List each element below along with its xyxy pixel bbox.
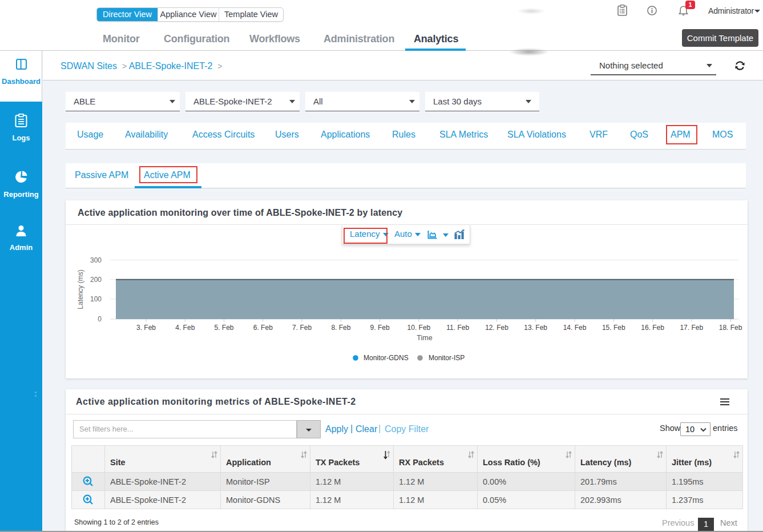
svg-text:6. Feb: 6. Feb — [253, 324, 273, 332]
svg-text:200: 200 — [90, 276, 102, 284]
svg-text:4. Feb: 4. Feb — [175, 324, 195, 332]
svg-text:Latency (ms): Latency (ms) — [76, 269, 84, 309]
svg-text:5. Feb: 5. Feb — [214, 324, 233, 332]
svg-text:12. Feb: 12. Feb — [485, 324, 508, 332]
svg-text:Monitor-ISP: Monitor-ISP — [429, 354, 465, 362]
svg-text:13. Feb: 13. Feb — [524, 324, 547, 332]
svg-text:17. Feb: 17. Feb — [680, 324, 703, 332]
svg-text:18. Feb: 18. Feb — [719, 324, 742, 332]
svg-text:3. Feb: 3. Feb — [136, 324, 156, 332]
svg-text:14. Feb: 14. Feb — [563, 324, 587, 332]
svg-text:0: 0 — [98, 315, 102, 323]
svg-text:10. Feb: 10. Feb — [407, 324, 431, 332]
svg-text:100: 100 — [90, 295, 102, 303]
svg-text:11. Feb: 11. Feb — [446, 324, 469, 332]
svg-text:8. Feb: 8. Feb — [331, 324, 350, 332]
svg-text:7. Feb: 7. Feb — [292, 324, 312, 332]
svg-text:Monitor-GDNS: Monitor-GDNS — [364, 354, 409, 362]
svg-text:Time: Time — [417, 334, 432, 342]
svg-text:300: 300 — [90, 256, 102, 264]
svg-text:15. Feb: 15. Feb — [602, 324, 625, 332]
svg-text:16. Feb: 16. Feb — [641, 324, 664, 332]
svg-text:9. Feb: 9. Feb — [370, 324, 390, 332]
